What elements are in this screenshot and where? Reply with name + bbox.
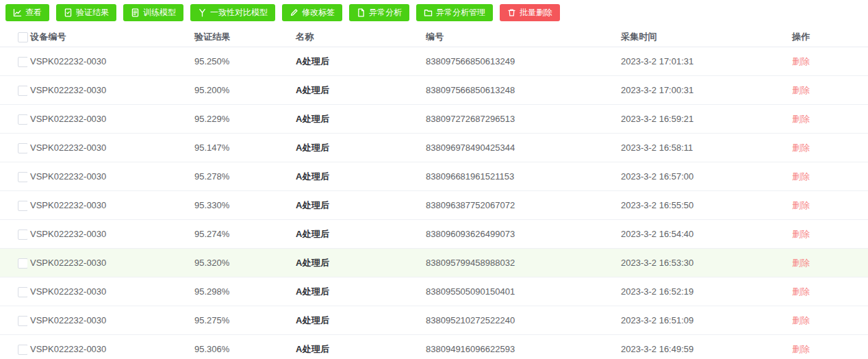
cell-code: 838095799458988032 xyxy=(423,249,618,277)
cell-name: A处理后 xyxy=(293,220,423,249)
table-row: VSPK022232-0030 95.250% A处理后 83809756685… xyxy=(0,47,868,76)
cell-collect-time: 2023-3-2 17:01:31 xyxy=(618,47,789,76)
anomaly-analysis-button[interactable]: 异常分析 xyxy=(349,4,409,21)
cell-name: A处理后 xyxy=(293,105,423,134)
consistency-compare-model-button[interactable]: 一致性对比模型 xyxy=(190,4,275,21)
table-header-row: 设备编号 验证结果 名称 编号 采集时间 操作 xyxy=(0,27,868,47)
view-button[interactable]: 查看 xyxy=(5,4,49,21)
data-table: 设备编号 验证结果 名称 编号 采集时间 操作 VSPK022232-0030 … xyxy=(0,27,868,359)
folder-icon xyxy=(424,8,433,17)
cell-code: 838095210272522240 xyxy=(423,306,618,335)
delete-link[interactable]: 删除 xyxy=(792,200,810,210)
anomaly-analysis-button-label: 异常分析 xyxy=(369,7,402,18)
table-body: VSPK022232-0030 95.250% A处理后 83809756685… xyxy=(0,47,868,359)
cell-name: A处理后 xyxy=(293,191,423,220)
delete-link[interactable]: 删除 xyxy=(792,171,810,182)
cell-name: A处理后 xyxy=(293,134,423,162)
cell-device-number: VSPK022232-0030 xyxy=(27,277,192,306)
row-checkbox[interactable] xyxy=(18,114,27,125)
cell-device-number: VSPK022232-0030 xyxy=(27,306,192,335)
cell-collect-time: 2023-3-2 16:49:59 xyxy=(618,335,789,359)
trash-icon xyxy=(507,8,516,17)
column-header-operation: 操作 xyxy=(789,27,868,47)
anomaly-analysis-manage-button[interactable]: 异常分析管理 xyxy=(416,4,493,21)
cell-verify-result: 95.274% xyxy=(192,220,293,249)
toolbar: 查看 验证结果 训练模型 一致性对比模型 修改标签 异常分析 异常分析管理 批量… xyxy=(0,0,868,23)
row-checkbox[interactable] xyxy=(18,201,27,211)
cell-collect-time: 2023-3-2 16:54:40 xyxy=(618,220,789,249)
delete-link[interactable]: 删除 xyxy=(792,315,810,325)
select-all-checkbox[interactable] xyxy=(18,32,28,42)
consistency-compare-model-button-label: 一致性对比模型 xyxy=(210,7,268,18)
document-lines-icon xyxy=(131,8,140,17)
branch-icon xyxy=(198,8,207,17)
cell-code: 838096681961521153 xyxy=(423,162,618,191)
cell-name: A处理后 xyxy=(293,277,423,306)
column-header-code: 编号 xyxy=(423,27,618,47)
cell-collect-time: 2023-3-2 16:57:00 xyxy=(618,162,789,191)
row-checkbox[interactable] xyxy=(18,143,27,153)
cell-name: A处理后 xyxy=(293,162,423,191)
row-checkbox[interactable] xyxy=(18,230,27,240)
table-row: VSPK022232-0030 95.320% A处理后 83809579945… xyxy=(0,249,868,277)
cell-verify-result: 95.320% xyxy=(192,249,293,277)
cell-code: 838097272687296513 xyxy=(423,105,618,134)
verify-result-button-label: 验证结果 xyxy=(76,7,109,18)
file-icon xyxy=(357,8,366,17)
delete-link[interactable]: 删除 xyxy=(792,56,810,66)
row-checkbox[interactable] xyxy=(18,86,27,96)
cell-code: 838097566850613249 xyxy=(423,47,618,76)
cell-device-number: VSPK022232-0030 xyxy=(27,249,192,277)
row-checkbox[interactable] xyxy=(18,172,27,182)
cell-verify-result: 95.229% xyxy=(192,105,293,134)
cell-device-number: VSPK022232-0030 xyxy=(27,105,192,134)
modify-label-button-label: 修改标签 xyxy=(302,7,335,18)
cell-device-number: VSPK022232-0030 xyxy=(27,162,192,191)
table-row: VSPK022232-0030 95.229% A处理后 83809727268… xyxy=(0,105,868,134)
cell-code: 838094916096622593 xyxy=(423,335,618,359)
view-button-label: 查看 xyxy=(25,7,42,18)
cell-verify-result: 95.306% xyxy=(192,335,293,359)
cell-device-number: VSPK022232-0030 xyxy=(27,191,192,220)
anomaly-analysis-manage-button-label: 异常分析管理 xyxy=(436,7,485,18)
cell-name: A处理后 xyxy=(293,335,423,359)
modify-label-button[interactable]: 修改标签 xyxy=(282,4,342,21)
cell-code: 838096387752067072 xyxy=(423,191,618,220)
table-row: VSPK022232-0030 95.330% A处理后 83809638775… xyxy=(0,191,868,220)
column-header-verify-result: 验证结果 xyxy=(192,27,293,47)
delete-link[interactable]: 删除 xyxy=(792,258,810,268)
delete-link[interactable]: 删除 xyxy=(792,114,810,124)
cell-device-number: VSPK022232-0030 xyxy=(27,134,192,162)
row-checkbox[interactable] xyxy=(18,316,27,326)
cell-device-number: VSPK022232-0030 xyxy=(27,76,192,105)
cell-verify-result: 95.250% xyxy=(192,47,293,76)
delete-link[interactable]: 删除 xyxy=(792,286,810,297)
cell-code: 838096093626499073 xyxy=(423,220,618,249)
verify-result-button[interactable]: 验证结果 xyxy=(56,4,116,21)
cell-name: A处理后 xyxy=(293,249,423,277)
cell-collect-time: 2023-3-2 16:53:30 xyxy=(618,249,789,277)
cell-code: 838095505090150401 xyxy=(423,277,618,306)
batch-delete-button[interactable]: 批量删除 xyxy=(500,4,560,21)
cell-collect-time: 2023-3-2 16:58:11 xyxy=(618,134,789,162)
row-checkbox[interactable] xyxy=(18,57,27,67)
column-header-device-number: 设备编号 xyxy=(27,27,192,47)
cell-collect-time: 2023-3-2 16:55:50 xyxy=(618,191,789,220)
line-chart-icon xyxy=(13,8,22,17)
cell-collect-time: 2023-3-2 17:00:31 xyxy=(618,76,789,105)
row-checkbox[interactable] xyxy=(18,258,27,269)
cell-verify-result: 95.278% xyxy=(192,162,293,191)
table-row: VSPK022232-0030 95.274% A处理后 83809609362… xyxy=(0,220,868,249)
row-checkbox[interactable] xyxy=(18,287,27,297)
delete-link[interactable]: 删除 xyxy=(792,344,810,354)
train-model-button-label: 训练模型 xyxy=(143,7,176,18)
delete-link[interactable]: 删除 xyxy=(792,143,810,153)
delete-link[interactable]: 删除 xyxy=(792,229,810,239)
delete-link[interactable]: 删除 xyxy=(792,85,810,95)
cell-collect-time: 2023-3-2 16:52:19 xyxy=(618,277,789,306)
train-model-button[interactable]: 训练模型 xyxy=(123,4,183,21)
row-checkbox[interactable] xyxy=(18,345,27,355)
cell-verify-result: 95.200% xyxy=(192,76,293,105)
table-row: VSPK022232-0030 95.298% A处理后 83809550509… xyxy=(0,277,868,306)
cell-verify-result: 95.147% xyxy=(192,134,293,162)
